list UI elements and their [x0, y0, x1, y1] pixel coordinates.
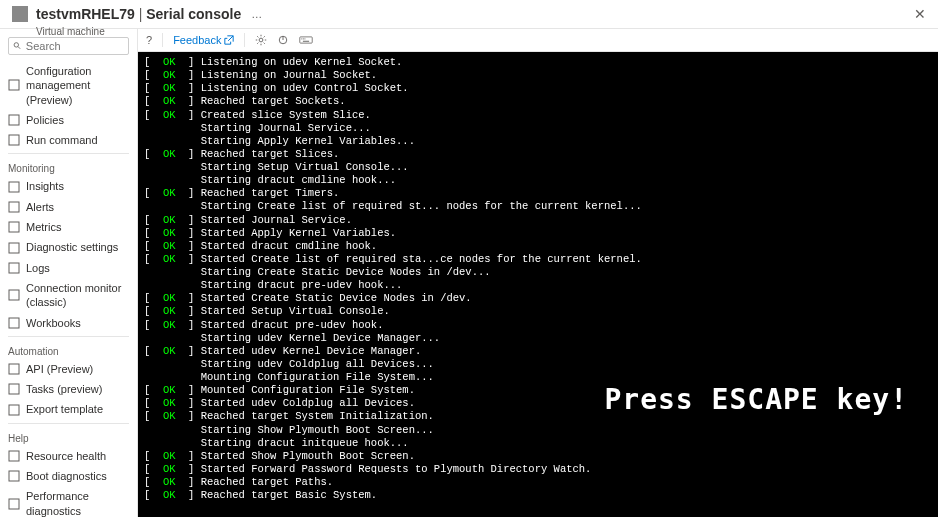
console-line: [ OK ] Listening on Journal Socket.: [144, 69, 932, 82]
console-line: Starting Setup Virtual Console...: [144, 161, 932, 174]
nav-label: Alerts: [26, 200, 54, 214]
nav-metrics[interactable]: Metrics: [0, 217, 137, 237]
nav-label: Connection monitor (classic): [26, 281, 129, 310]
svg-rect-16: [9, 471, 19, 481]
console-line: Starting Create Static Device Nodes in /…: [144, 266, 932, 279]
console-line: [ OK ] Listening on udev Kernel Socket.: [144, 56, 932, 69]
nav-boot-diagnostics[interactable]: Boot diagnostics: [0, 466, 137, 486]
nav-label: Boot diagnostics: [26, 469, 107, 483]
nav-label: Tasks (preview): [26, 382, 102, 396]
health-icon: [8, 450, 20, 462]
power-button[interactable]: [277, 34, 289, 46]
svg-rect-31: [303, 38, 304, 39]
more-button[interactable]: …: [251, 8, 262, 20]
svg-rect-9: [9, 263, 19, 273]
nav-label: Diagnostic settings: [26, 240, 118, 254]
nav-label: Workbooks: [26, 316, 81, 330]
gear-icon: [255, 34, 267, 46]
diag-icon: [8, 242, 20, 254]
nav-workbooks[interactable]: Workbooks: [0, 313, 137, 333]
keyboard-button[interactable]: [299, 34, 313, 46]
console-line: [ OK ] Started dracut pre-udev hook.: [144, 319, 932, 332]
main-panel: ? Feedback [ OK ] Listening on udev Kern…: [138, 29, 938, 517]
nav-performance-diagnostics[interactable]: Performance diagnostics: [0, 486, 137, 517]
svg-rect-30: [302, 38, 303, 39]
nav-export-template[interactable]: Export template: [0, 399, 137, 419]
nav-run-command[interactable]: Run command: [0, 130, 137, 150]
metrics-icon: [8, 221, 20, 233]
nav-label: Run command: [26, 133, 98, 147]
console-line: Starting dracut pre-udev hook...: [144, 279, 932, 292]
nav-alerts[interactable]: Alerts: [0, 197, 137, 217]
console-line: Starting Show Plymouth Boot Screen...: [144, 424, 932, 437]
bootdiag-icon: [8, 470, 20, 482]
vm-icon: [12, 6, 28, 22]
page-name: Serial console: [146, 6, 241, 22]
console-line: [ OK ] Reached target Basic System.: [144, 489, 932, 502]
svg-rect-8: [9, 243, 19, 253]
console-line: Starting dracut cmdline hook...: [144, 174, 932, 187]
settings-button[interactable]: [255, 34, 267, 46]
svg-rect-6: [9, 202, 19, 212]
alerts-icon: [8, 201, 20, 213]
group-monitoring: Monitoring: [0, 157, 137, 176]
console-line: [ OK ] Started dracut cmdline hook.: [144, 240, 932, 253]
console-line: Starting Apply Kernel Variables...: [144, 135, 932, 148]
svg-rect-15: [9, 451, 19, 461]
console-line: Starting udev Coldplug all Devices...: [144, 358, 932, 371]
console-line: [ OK ] Started Create list of required s…: [144, 253, 932, 266]
nav-label: Configuration management (Preview): [26, 64, 129, 107]
svg-rect-2: [9, 80, 19, 90]
config-icon: [8, 79, 20, 91]
workbooks-icon: [8, 317, 20, 329]
console-line: [ OK ] Created slice System Slice.: [144, 109, 932, 122]
console-line: Starting Journal Service...: [144, 122, 932, 135]
nav-api-preview-[interactable]: API (Preview): [0, 359, 137, 379]
nav-logs[interactable]: Logs: [0, 258, 137, 278]
console-line: Starting dracut initqueue hook...: [144, 437, 932, 450]
nav-connection-monitor-classic-[interactable]: Connection monitor (classic): [0, 278, 137, 313]
serial-console-output[interactable]: [ OK ] Listening on udev Kernel Socket.[…: [138, 52, 938, 517]
console-line: [ OK ] Reached target Timers.: [144, 187, 932, 200]
insights-icon: [8, 181, 20, 193]
group-automation: Automation: [0, 340, 137, 359]
policies-icon: [8, 114, 20, 126]
console-line: [ OK ] Reached target Paths.: [144, 476, 932, 489]
svg-rect-13: [9, 384, 19, 394]
svg-rect-3: [9, 115, 19, 125]
nav-label: Insights: [26, 179, 64, 193]
nav-label: Resource health: [26, 449, 106, 463]
sidebar: Configuration management (Preview)Polici…: [0, 29, 138, 517]
svg-rect-14: [9, 405, 19, 415]
console-line: [ OK ] Started udev Kernel Device Manage…: [144, 345, 932, 358]
nav-tasks-preview-[interactable]: Tasks (preview): [0, 379, 137, 399]
help-button[interactable]: ?: [146, 34, 152, 46]
nav-label: Export template: [26, 402, 103, 416]
nav-label: Performance diagnostics: [26, 489, 129, 517]
console-line: [ OK ] Listening on udev Control Socket.: [144, 82, 932, 95]
nav-diagnostic-settings[interactable]: Diagnostic settings: [0, 237, 137, 257]
nav-insights[interactable]: Insights: [0, 176, 137, 196]
nav-resource-health[interactable]: Resource health: [0, 446, 137, 466]
tasks-icon: [8, 383, 20, 395]
svg-rect-29: [300, 37, 312, 43]
nav-configuration-management-preview-[interactable]: Configuration management (Preview): [0, 61, 137, 110]
nav-label: API (Preview): [26, 362, 93, 376]
search-input[interactable]: [26, 40, 124, 52]
perfdiag-icon: [8, 498, 20, 510]
svg-rect-33: [303, 41, 309, 42]
nav-policies[interactable]: Policies: [0, 110, 137, 130]
toolbar: ? Feedback: [138, 29, 938, 52]
console-line: [ OK ] Started Create Static Device Node…: [144, 292, 932, 305]
page-title: testvmRHEL79 | Serial console: [36, 6, 241, 22]
svg-rect-12: [9, 364, 19, 374]
search-box[interactable]: [8, 37, 129, 55]
console-line: [ OK ] Started Setup Virtual Console.: [144, 305, 932, 318]
overlay-hint: Press ESCAPE key!: [604, 382, 908, 417]
subtitle: Virtual machine: [36, 26, 105, 37]
feedback-button[interactable]: Feedback: [173, 34, 234, 46]
external-link-icon: [224, 35, 234, 45]
console-line: [ OK ] Started Show Plymouth Boot Screen…: [144, 450, 932, 463]
console-line: [ OK ] Reached target Slices.: [144, 148, 932, 161]
close-button[interactable]: ✕: [914, 6, 926, 22]
